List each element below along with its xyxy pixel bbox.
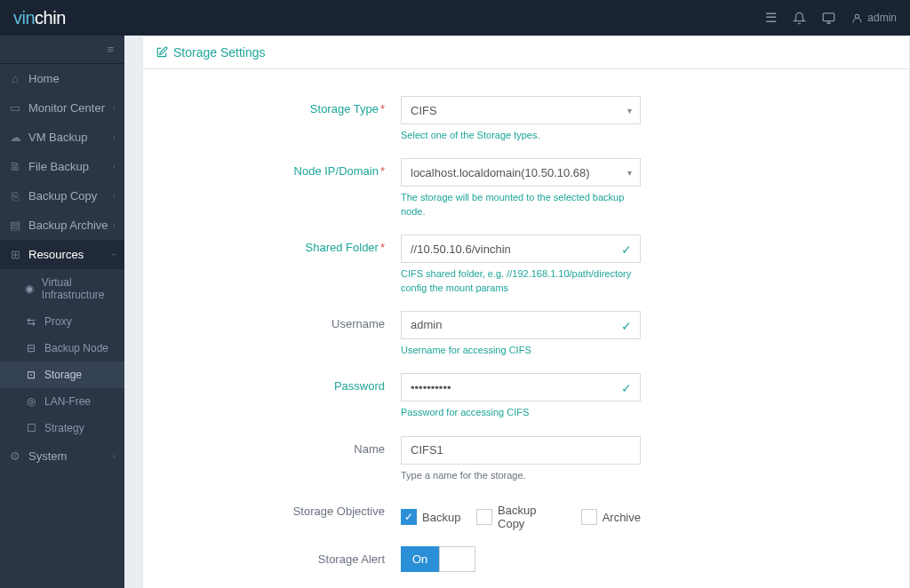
panel-header: Storage Settings [143,36,909,69]
resources-icon: ⊞ [9,248,21,261]
label-password: Password [179,373,401,393]
gear-icon: ⚙ [9,449,21,463]
vi-icon: ◉ [25,282,35,295]
sidebar: ≡ ⌂Home ▭Monitor Center ‹ ☁VM Backup ‹ 🗎… [0,36,124,588]
label-name: Name [179,436,401,456]
app-header: vinchin ☰ admin [0,0,910,36]
logo-prefix: vin [13,8,35,28]
cbx-label: Archive [603,511,641,524]
storage-type-select[interactable]: CIFS [401,96,641,124]
name-input[interactable] [401,436,641,465]
nav-label: VM Backup [28,131,87,144]
checkbox-archive[interactable]: Archive [581,504,641,530]
config-mount-link[interactable]: config the mount params [401,282,508,293]
chevron-right-icon: ‹ [113,220,116,230]
sub-lan-free[interactable]: ◎LAN-Free [0,388,124,415]
nav-resources[interactable]: ⊞Resources ‹ [0,240,124,269]
nav-vm-backup[interactable]: ☁VM Backup ‹ [0,123,124,152]
node-icon: ⊟ [25,342,37,354]
lan-icon: ◎ [25,395,37,408]
check-icon: ✓ [621,381,632,395]
sub-label: Strategy [44,422,84,434]
chevron-down-icon: ‹ [109,253,119,256]
toggle-off [439,546,475,572]
strategy-icon: ☐ [25,422,37,434]
nav-monitor-center[interactable]: ▭Monitor Center ‹ [0,93,124,123]
bell-icon[interactable] [793,12,806,25]
chevron-right-icon: ‹ [113,132,116,142]
list-icon[interactable]: ☰ [765,10,777,26]
file-icon: 🗎 [9,160,21,173]
checkbox-backup[interactable]: ✓Backup [401,504,460,530]
panel-storage-settings: Storage Settings Storage Type* CIFS ▾ Se… [142,36,910,588]
sub-label: Backup Node [44,342,108,354]
nav-label: Resources [28,248,84,261]
sub-label: Proxy [44,315,72,328]
hamburger-icon: ≡ [107,43,114,56]
sub-storage[interactable]: ⊡Storage [0,362,124,388]
sub-proxy[interactable]: ⇆Proxy [0,308,124,335]
home-icon: ⌂ [9,72,21,85]
user-name: admin [867,12,897,24]
proxy-icon: ⇆ [25,315,37,328]
chevron-right-icon: ‹ [113,103,116,113]
svg-rect-0 [824,12,835,20]
nav-label: Backup Copy [28,189,97,203]
logo-suffix: chin [35,8,66,28]
nav-file-backup[interactable]: 🗎File Backup ‹ [0,152,124,181]
user-icon [851,12,863,24]
check-icon: ✓ [621,319,632,333]
username-input[interactable] [401,311,641,339]
shared-folder-input[interactable] [401,234,641,263]
archive-icon: ▤ [9,219,21,232]
sub-label: Storage [44,369,82,381]
cloud-icon: ☁ [9,131,21,144]
nav-label: File Backup [28,160,89,173]
chevron-right-icon: ‹ [113,191,116,201]
cbx-label: Backup [422,511,460,524]
svg-point-3 [856,14,859,18]
help-storage-type: Select one of the Storage types. [401,129,641,142]
screen-icon[interactable] [822,12,835,25]
sub-virtual-infrastructure[interactable]: ◉Virtual Infrastructure [0,269,124,308]
main-content: Storage Settings Storage Type* CIFS ▾ Se… [124,36,910,588]
label-storage-type: Storage Type* [179,96,401,115]
storage-icon: ⊡ [25,369,37,381]
checkbox-backup-copy[interactable]: Backup Copy [476,504,564,530]
alert-toggle[interactable]: On [401,546,641,572]
logo: vinchin [13,8,66,28]
nav-label: System [28,449,67,463]
nav-backup-archive[interactable]: ▤Backup Archive ‹ [0,211,124,240]
sub-label: Virtual Infrastructure [42,276,116,301]
label-node: Node IP/Domain* [179,158,401,178]
help-username: Username for accessing CIFS [401,344,641,357]
nav-label: Monitor Center [28,101,105,115]
copy-icon: ⎘ [9,189,21,203]
help-password: Password for accessing CIFS [401,406,641,419]
help-shared-folder: CIFS shared folder, e.g. //192.168.1.10/… [401,267,641,295]
cbx-label: Backup Copy [498,504,565,530]
node-select[interactable]: localhost.localdomain(10.50.10.68) [401,158,641,187]
label-username: Username [179,311,401,330]
nav-backup-copy[interactable]: ⎘Backup Copy ‹ [0,181,124,211]
nav-home[interactable]: ⌂Home [0,64,124,93]
password-input[interactable] [401,373,641,401]
check-icon: ✓ [621,242,632,257]
user-menu[interactable]: admin [851,12,897,24]
header-actions: ☰ admin [765,10,897,26]
monitor-icon: ▭ [9,101,21,115]
sidebar-toggle[interactable]: ≡ [0,36,124,64]
nav-label: Backup Archive [28,219,108,232]
label-objective: Storage Objective [179,498,401,518]
nav-label: Home [28,72,60,85]
label-storage-alert: Storage Alert [179,546,401,566]
nav-system[interactable]: ⚙System ‹ [0,441,124,471]
sub-backup-node[interactable]: ⊟Backup Node [0,335,124,362]
sub-label: LAN-Free [44,395,91,408]
label-shared-folder: Shared Folder* [179,234,401,254]
checkbox-icon [476,509,492,525]
help-name: Type a name for the storage. [401,469,641,482]
edit-icon [156,46,168,59]
toggle-on: On [401,546,439,572]
sub-strategy[interactable]: ☐Strategy [0,415,124,441]
